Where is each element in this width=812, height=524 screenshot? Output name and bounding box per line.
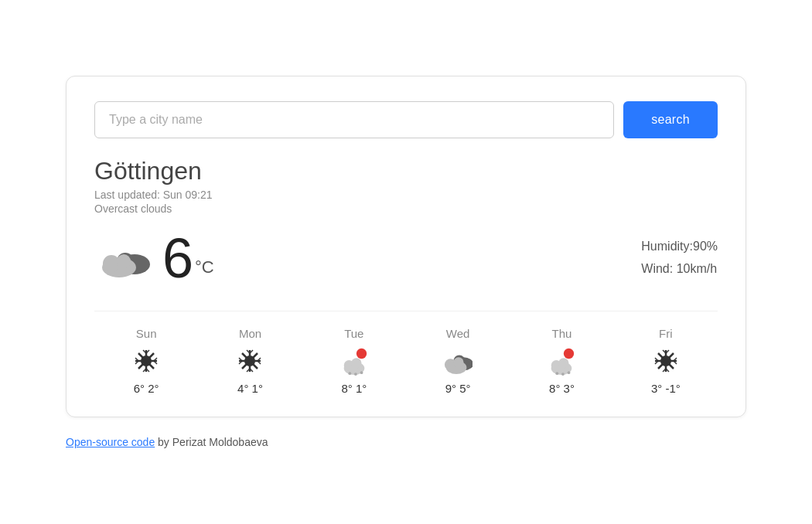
forecast-temps-mon: 4° 1° — [237, 382, 263, 395]
forecast-icon-mon — [235, 346, 264, 376]
weather-condition: Overcast clouds — [94, 202, 718, 215]
svg-point-42 — [453, 357, 463, 367]
humidity: Humidity:90% — [641, 236, 718, 258]
forecast-day-sun: Sun — [94, 327, 198, 395]
current-weather-icon — [94, 235, 156, 281]
search-button[interactable]: search — [623, 101, 718, 138]
svg-point-49 — [568, 371, 571, 374]
forecast-temps-tue: 8° 1° — [341, 382, 367, 395]
svg-point-31 — [357, 349, 367, 359]
forecast-icon-tue — [339, 346, 369, 376]
city-search-input[interactable] — [94, 101, 614, 138]
forecast-day-thu: Thu 8° 3° — [510, 327, 613, 395]
weather-card: search Göttingen Last updated: Sun 09:21… — [66, 76, 746, 417]
svg-point-48 — [561, 373, 565, 376]
footer-suffix: by Perizat Moldobaeva — [155, 436, 268, 448]
forecast-icon-fri — [651, 346, 681, 376]
forecast-icon-wed — [443, 346, 473, 376]
forecast-day-wed: Wed 9° 5° — [406, 327, 510, 395]
search-row: search — [94, 101, 718, 138]
forecast-temps-fri: 3° -1° — [651, 382, 681, 395]
city-name: Göttingen — [94, 157, 718, 185]
svg-point-37 — [360, 371, 363, 374]
svg-point-47 — [556, 372, 559, 375]
forecast-row: Sun — [94, 311, 718, 395]
weather-details: Humidity:90% Wind: 10km/h — [641, 236, 718, 281]
svg-point-34 — [351, 358, 361, 368]
footer: Open-source code by Perizat Moldobaeva — [66, 436, 746, 448]
current-temp: 6°C — [162, 230, 214, 286]
current-weather: 6°C Humidity:90% Wind: 10km/h — [94, 230, 718, 286]
svg-point-36 — [354, 373, 357, 376]
forecast-day-mon: Mon 4° 1° — [198, 327, 302, 395]
svg-point-4 — [117, 254, 131, 268]
forecast-day-fri: Fri 3° -1° — [614, 327, 718, 395]
forecast-day-tue: Tue 8° 1° — [302, 327, 406, 395]
forecast-icon-sun — [131, 346, 161, 376]
wind: Wind: 10km/h — [641, 258, 718, 281]
forecast-temps-wed: 9° 5° — [445, 382, 471, 395]
forecast-temps-thu: 8° 3° — [549, 382, 575, 395]
forecast-temps-sun: 6° 2° — [134, 382, 159, 395]
svg-point-35 — [348, 372, 351, 375]
svg-point-46 — [559, 358, 569, 368]
forecast-icon-thu — [547, 346, 576, 376]
svg-point-43 — [564, 349, 574, 359]
last-updated: Last updated: Sun 09:21 — [94, 189, 718, 201]
open-source-link[interactable]: Open-source code — [66, 436, 155, 448]
